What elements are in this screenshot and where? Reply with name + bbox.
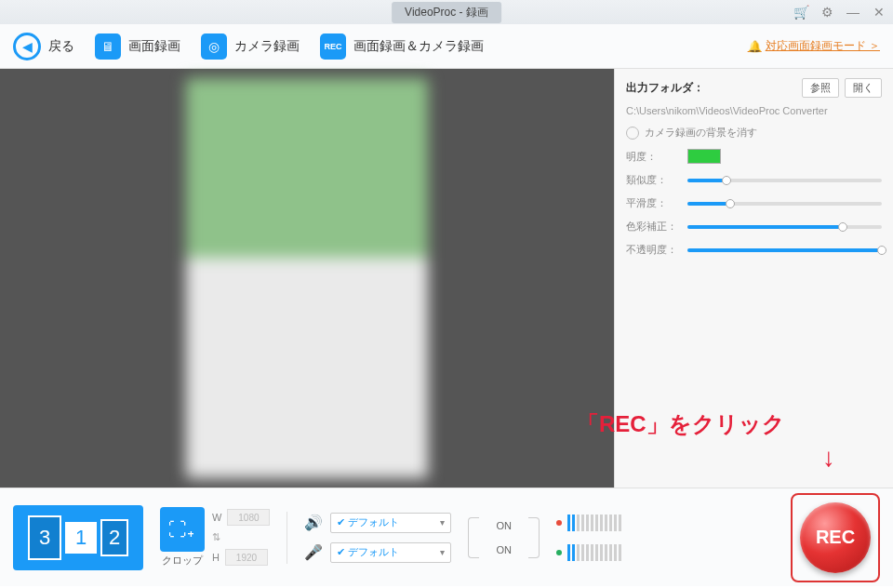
similarity-label: 類似度： bbox=[626, 173, 678, 187]
erase-bg-label: カメラ録画の背景を消す bbox=[645, 126, 757, 140]
brightness-color-swatch[interactable] bbox=[687, 149, 721, 164]
speaker-meter bbox=[556, 514, 621, 531]
window-title: VideoProc - 録画 bbox=[392, 2, 501, 23]
screen-record-label: 画面録画 bbox=[128, 38, 180, 55]
camera-record-label: カメラ録画 bbox=[234, 38, 300, 55]
annotation-text: 「REC」をクリック bbox=[577, 409, 785, 439]
bracket-right bbox=[528, 517, 540, 558]
color-correct-slider[interactable] bbox=[687, 225, 882, 229]
width-label: W bbox=[212, 512, 221, 523]
back-button[interactable]: ◀ 戻る bbox=[13, 33, 74, 60]
height-label: H bbox=[212, 552, 220, 563]
rec-button[interactable]: REC bbox=[800, 502, 871, 573]
rec-button-highlight: REC bbox=[791, 493, 880, 582]
minimize-icon[interactable]: — bbox=[845, 4, 861, 20]
browse-button[interactable]: 参照 bbox=[802, 78, 839, 98]
monitor-2[interactable]: 2 bbox=[100, 519, 128, 556]
speaker-select-label: デフォルト bbox=[348, 516, 399, 528]
smoothness-label: 平滑度： bbox=[626, 196, 678, 210]
similarity-slider[interactable] bbox=[687, 179, 882, 182]
annotation-arrow: ↓ bbox=[822, 443, 835, 473]
record-mode-link-label: 対応画面録画モード ＞ bbox=[766, 38, 880, 54]
crop-label: クロップ bbox=[162, 554, 203, 568]
bell-icon: 🔔 bbox=[748, 40, 762, 53]
open-button[interactable]: 開く bbox=[845, 78, 882, 98]
output-path: C:\Users\nikom\Videos\VideoProc Converte… bbox=[626, 105, 882, 116]
speaker-on-toggle[interactable]: ON bbox=[496, 520, 512, 531]
rec-badge-icon: REC bbox=[320, 33, 346, 60]
chevron-down-icon: ▾ bbox=[440, 547, 445, 557]
close-icon[interactable]: ✕ bbox=[871, 4, 887, 20]
camera-icon: ◎ bbox=[201, 33, 227, 60]
chevron-down-icon: ▾ bbox=[440, 517, 445, 528]
toolbar: ◀ 戻る 🖥 画面録画 ◎ カメラ録画 REC 画面録画＆カメラ録画 🔔 対応画… bbox=[0, 24, 893, 69]
output-folder-label: 出力フォルダ： bbox=[626, 80, 704, 96]
titlebar-controls: 🛒 ⚙ — ✕ bbox=[793, 4, 887, 20]
preview-blur-content bbox=[186, 78, 428, 478]
monitor-1[interactable]: 1 bbox=[65, 522, 97, 554]
smoothness-slider[interactable] bbox=[687, 202, 882, 206]
back-label: 戻る bbox=[48, 38, 74, 55]
screen-camera-record-label: 画面録画＆カメラ録画 bbox=[353, 38, 484, 55]
erase-bg-checkbox[interactable]: カメラ録画の背景を消す bbox=[626, 126, 882, 140]
monitor-icon: 🖥 bbox=[95, 33, 121, 60]
mic-select[interactable]: ✔ デフォルト ▾ bbox=[330, 542, 451, 563]
microphone-icon: 🎤 bbox=[304, 543, 323, 561]
divider bbox=[287, 512, 287, 564]
cart-icon[interactable]: 🛒 bbox=[793, 4, 809, 20]
checkbox-icon bbox=[626, 127, 639, 140]
screen-camera-record-tab[interactable]: REC 画面録画＆カメラ録画 bbox=[320, 33, 484, 60]
bracket-left bbox=[468, 517, 479, 558]
mic-select-label: デフォルト bbox=[348, 546, 399, 557]
back-arrow-icon: ◀ bbox=[13, 33, 41, 60]
mic-meter bbox=[556, 544, 621, 561]
titlebar: VideoProc - 録画 🛒 ⚙ — ✕ bbox=[0, 0, 893, 24]
red-dot-icon bbox=[556, 520, 562, 526]
preview-panel bbox=[0, 69, 614, 488]
color-correct-label: 色彩補正： bbox=[626, 220, 678, 234]
screen-record-tab[interactable]: 🖥 画面録画 bbox=[95, 33, 180, 60]
audio-group: 🔊 ✔ デフォルト ▾ 🎤 ✔ デフォルト ▾ bbox=[304, 513, 451, 563]
gear-icon[interactable]: ⚙ bbox=[819, 4, 835, 20]
opacity-slider[interactable] bbox=[687, 248, 882, 252]
brightness-label: 明度： bbox=[626, 150, 678, 164]
level-meters bbox=[556, 514, 621, 561]
green-dot-icon bbox=[556, 550, 562, 555]
camera-record-tab[interactable]: ◎ カメラ録画 bbox=[201, 33, 300, 60]
bottom-bar: 3 1 2 ⛶₊ クロップ W ⇅ H 🔊 bbox=[0, 488, 893, 586]
width-input[interactable] bbox=[227, 509, 270, 526]
monitor-selector[interactable]: 3 1 2 bbox=[13, 505, 143, 570]
link-icon[interactable]: ⇅ bbox=[212, 531, 223, 543]
mic-on-toggle[interactable]: ON bbox=[496, 544, 512, 555]
speaker-icon: 🔊 bbox=[304, 514, 323, 531]
crop-button[interactable]: ⛶₊ bbox=[160, 507, 205, 552]
record-mode-link[interactable]: 🔔 対応画面録画モード ＞ bbox=[748, 38, 880, 54]
speaker-select[interactable]: ✔ デフォルト ▾ bbox=[330, 513, 451, 533]
opacity-label: 不透明度： bbox=[626, 243, 678, 257]
monitor-3[interactable]: 3 bbox=[28, 515, 61, 560]
height-input[interactable] bbox=[225, 549, 268, 566]
rec-button-label: REC bbox=[816, 527, 855, 548]
